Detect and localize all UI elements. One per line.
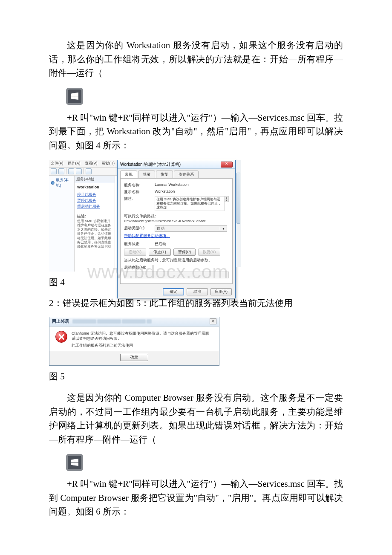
section-2-heading: 2：错误提示框为如图 5：此工作组的服务器列表当前无法使用 (49, 297, 343, 309)
services-list-scrollbar[interactable] (236, 160, 241, 267)
val-display-name: Workstation (155, 189, 229, 194)
services-tree: 服务(本地) (49, 176, 75, 272)
nb-title-blurred (72, 319, 152, 324)
detail-desc-label: 描述: (77, 214, 112, 219)
lbl-description: 描述: (124, 196, 155, 202)
lbl-display-name: 显示名称: (124, 189, 155, 195)
menu-help[interactable]: 帮助(H) (102, 161, 115, 166)
services-detail-pane: 服务(本地) Workstation 停止此服务 暂停此服务 重启动此服务 描述… (75, 176, 115, 272)
tab-logon[interactable]: 登录 (138, 171, 155, 178)
dialog-tabs: 常规 登录 恢复 依存关系 (118, 169, 235, 178)
dialog-title: Workstation 的属性(本地计算机) (120, 162, 181, 168)
link-pause-service[interactable]: 暂停此服务 (77, 198, 112, 203)
val-description: 使用 SMB 协议创建并维护客户端网络与远程服务器之间的连接。如果此服务已停止，… (155, 196, 225, 211)
paragraph-4: +R 叫"win 键+R"同样可以进入"运行"）—输入—Services.msc… (49, 477, 343, 519)
chevron-down-icon: ▼ (220, 227, 225, 230)
lbl-startup-type: 启动类型(E): (124, 225, 155, 231)
error-icon (55, 331, 67, 343)
windows-key-icon (66, 88, 83, 105)
tab-dependencies[interactable]: 依存关系 (174, 171, 199, 178)
nb-error-line1: Cfanhome 无法访问。您可能没有权限使用网络资源。请与这台服务器的管理员联… (72, 331, 213, 341)
windows-key-icon (66, 454, 83, 471)
svg-point-2 (51, 182, 54, 185)
toolbar-back-icon[interactable] (51, 168, 57, 174)
link-stop-service[interactable]: 停止此服务 (77, 192, 112, 197)
apply-button[interactable]: 应用(A) (210, 288, 232, 295)
services-properties-screenshot: 文件(F) 操作(A) 查看(V) 帮助(H) 服务(本地) (49, 160, 236, 272)
toolbar-refresh-icon[interactable] (76, 168, 82, 174)
close-icon[interactable]: ✕ (210, 318, 216, 324)
menu-view[interactable]: 查看(V) (85, 161, 98, 166)
toolbar-help-icon[interactable] (86, 168, 92, 174)
val-service-status: 已启动 (155, 241, 229, 247)
lbl-service-name: 服务名称: (124, 182, 155, 188)
figure-5-caption: 图 5 (49, 370, 343, 384)
startup-type-select[interactable]: 自动 ▼ (155, 225, 227, 232)
val-service-name: LanmanWorkstation (155, 182, 229, 187)
paragraph-2: +R 叫"win 键+R"同样可以进入"运行"）—输入—Services.msc… (49, 111, 343, 153)
nb-error-line2: 此工作组的服务器列表当前无法使用 (72, 343, 213, 348)
start-button: 启动(S) (124, 249, 146, 256)
tab-recovery[interactable]: 恢复 (156, 171, 173, 178)
paragraph-3: 这是因为你的 Computer Browser 服务没有启动。这个服务是不一定要… (49, 391, 343, 446)
paragraph-1: 这是因为你的 Workstation 服务没有启动，如果这个服务没有启动的话，那… (49, 38, 343, 80)
selected-service-name: Workstation (77, 185, 112, 189)
link-startup-help[interactable]: 帮助我配置服务启动选项。 (124, 233, 229, 239)
lbl-service-status: 服务状态: (124, 241, 155, 247)
network-neighborhood-error-dialog: 网上邻居 ✕ Cfanhome 无法访问。您可能没有权限使用网络资源。请与这台服… (49, 317, 219, 366)
nb-dialog-title: 网上邻居 (52, 318, 69, 324)
stop-button[interactable]: 停止(T) (149, 249, 171, 256)
detail-pane-header: 服务(本地) (75, 176, 115, 183)
ok-button[interactable]: 确定 (163, 288, 184, 295)
menu-action[interactable]: 操作(A) (68, 161, 81, 166)
val-exe-path: C:\Windows\System32\svchost.exe -k Netwo… (124, 219, 206, 223)
link-restart-service[interactable]: 重启动此服务 (77, 204, 112, 209)
resume-button: 恢复(R) (198, 249, 220, 256)
ok-button[interactable]: 确定 (120, 354, 148, 361)
detail-desc-text: 使用 SMB 协议创建并维护客户端与远程服务器之间的连接。如果此服务已停止，这些… (77, 219, 112, 249)
tab-general[interactable]: 常规 (120, 171, 137, 178)
cancel-button[interactable]: 取消 (187, 288, 208, 295)
description-scrollbar[interactable]: ▲▼ (225, 196, 229, 202)
close-icon[interactable] (221, 162, 233, 168)
menu-file[interactable]: 文件(F) (51, 161, 63, 166)
toolbar-forward-icon[interactable] (58, 168, 64, 174)
pause-button[interactable]: 暂停(P) (173, 249, 196, 256)
tree-item-services-local[interactable]: 服务(本地) (51, 177, 72, 188)
toolbar-properties-icon[interactable] (68, 168, 74, 174)
lbl-exe-path: 可执行文件的路径: (124, 214, 156, 219)
